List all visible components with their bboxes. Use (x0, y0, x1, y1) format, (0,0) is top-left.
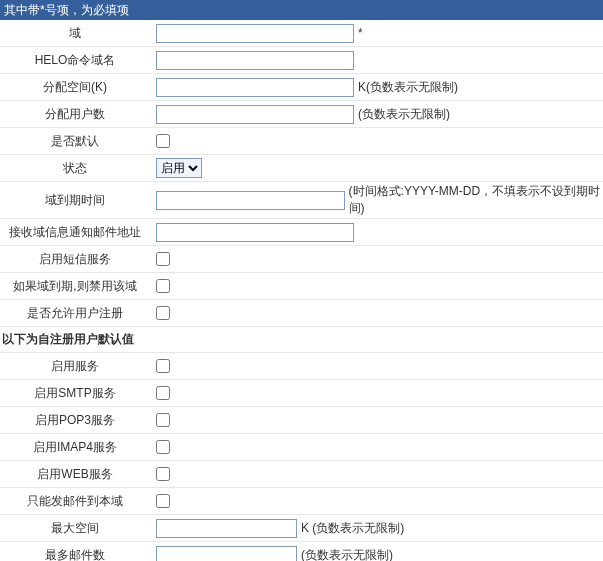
reg-maxspace-hint: K (负数表示无限制) (301, 520, 404, 537)
label-reg-web: 启用WEB服务 (0, 466, 156, 483)
label-reg-pop3: 启用POP3服务 (0, 412, 156, 429)
label-reg-imap4: 启用IMAP4服务 (0, 439, 156, 456)
reg-smtp-checkbox[interactable] (156, 386, 170, 400)
label-reg-localonly: 只能发邮件到本域 (0, 493, 156, 510)
reg-maxmails-input[interactable] (156, 546, 297, 562)
reg-maxspace-input[interactable] (156, 519, 297, 538)
required-star: * (358, 26, 363, 40)
form-header: 其中带*号项，为必填项 (0, 0, 603, 20)
isdefault-checkbox[interactable] (156, 134, 170, 148)
label-reg-maxspace: 最大空间 (0, 520, 156, 537)
reg-pop3-checkbox[interactable] (156, 413, 170, 427)
status-select[interactable]: 启用 (156, 158, 202, 178)
sms-checkbox[interactable] (156, 252, 170, 266)
label-users: 分配用户数 (0, 106, 156, 123)
space-input[interactable] (156, 78, 354, 97)
expire-hint: (时间格式:YYYY-MM-DD，不填表示不设到期时间) (349, 183, 603, 217)
reg-imap4-checkbox[interactable] (156, 440, 170, 454)
label-reg-enable: 启用服务 (0, 358, 156, 375)
reg-enable-checkbox[interactable] (156, 359, 170, 373)
notify-input[interactable] (156, 223, 354, 242)
label-disable: 如果域到期,则禁用该域 (0, 278, 156, 295)
space-hint: K(负数表示无限制) (358, 79, 458, 96)
label-isdefault: 是否默认 (0, 133, 156, 150)
allowreg-checkbox[interactable] (156, 306, 170, 320)
label-helo: HELO命令域名 (0, 52, 156, 69)
helo-input[interactable] (156, 51, 354, 70)
label-reg-smtp: 启用SMTP服务 (0, 385, 156, 402)
domain-input[interactable] (156, 24, 354, 43)
label-status: 状态 (0, 160, 156, 177)
expire-input[interactable] (156, 191, 345, 210)
reg-maxmails-hint: (负数表示无限制) (301, 547, 393, 562)
users-input[interactable] (156, 105, 354, 124)
disable-checkbox[interactable] (156, 279, 170, 293)
label-expire: 域到期时间 (0, 192, 156, 209)
label-space: 分配空间(K) (0, 79, 156, 96)
users-hint: (负数表示无限制) (358, 106, 450, 123)
label-allowreg: 是否允许用户注册 (0, 305, 156, 322)
reg-web-checkbox[interactable] (156, 467, 170, 481)
section-title: 以下为自注册用户默认值 (0, 327, 603, 353)
label-domain: 域 (0, 25, 156, 42)
reg-localonly-checkbox[interactable] (156, 494, 170, 508)
label-reg-maxmails: 最多邮件数 (0, 547, 156, 562)
label-sms: 启用短信服务 (0, 251, 156, 268)
label-notify: 接收域信息通知邮件地址 (0, 224, 156, 241)
